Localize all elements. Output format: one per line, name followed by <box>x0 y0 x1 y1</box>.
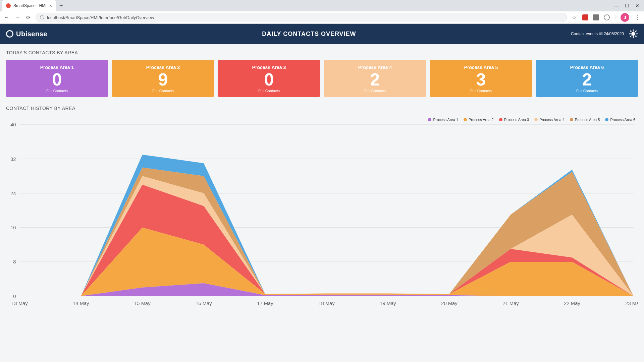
svg-text:14 May: 14 May <box>73 301 89 306</box>
svg-text:19 May: 19 May <box>380 301 396 306</box>
extension-icon[interactable] <box>604 14 610 20</box>
cards-row: Process Area 10Full ContactsProcess Area… <box>6 60 638 97</box>
area-card[interactable]: Process Area 53Full Contacts <box>430 60 532 97</box>
svg-text:0: 0 <box>13 294 16 299</box>
legend-item[interactable]: Process Area 5 <box>570 118 600 122</box>
legend-item[interactable]: Process Area 4 <box>534 118 565 122</box>
svg-point-10 <box>633 37 634 38</box>
minimize-icon[interactable]: — <box>614 3 619 8</box>
svg-text:40: 40 <box>10 122 16 127</box>
forward-icon[interactable]: → <box>14 14 21 20</box>
card-value: 3 <box>433 71 529 88</box>
legend-item[interactable]: Process Area 1 <box>428 118 458 122</box>
window-controls: — ☐ ✕ <box>609 3 644 8</box>
maximize-icon[interactable]: ☐ <box>625 3 629 8</box>
svg-text:15 May: 15 May <box>134 301 151 306</box>
svg-text:24: 24 <box>10 191 16 196</box>
legend-label: Process Area 2 <box>469 118 494 122</box>
svg-text:13 May: 13 May <box>11 301 28 306</box>
svg-point-11 <box>629 34 630 35</box>
legend-swatch-icon <box>499 118 502 121</box>
card-value: 2 <box>539 71 635 88</box>
svg-point-12 <box>637 34 638 35</box>
header-status: Contact events till 24/05/2020 <box>571 32 624 36</box>
card-title: Process Area 6 <box>539 65 635 70</box>
profile-avatar[interactable]: J <box>621 13 629 22</box>
legend-label: Process Area 6 <box>610 118 635 122</box>
back-icon[interactable]: ← <box>3 14 10 20</box>
area-card[interactable]: Process Area 30Full Contacts <box>218 60 320 97</box>
area-card[interactable]: Process Area 29Full Contacts <box>112 60 214 97</box>
svg-point-16 <box>636 31 637 32</box>
card-subtitle: Full Contacts <box>433 89 529 93</box>
svg-point-13 <box>630 31 631 32</box>
chart-legend: Process Area 1Process Area 2Process Area… <box>428 118 635 122</box>
legend-label: Process Area 1 <box>433 118 458 122</box>
card-subtitle: Full Contacts <box>221 89 317 93</box>
url-text: localhost/SmartSpace/HMI/Interface/Get/D… <box>47 15 154 20</box>
section-title-cards: TODAY'S CONTACTS BY AREA <box>6 50 638 55</box>
svg-point-9 <box>633 29 634 31</box>
extension-icon[interactable] <box>582 14 588 20</box>
close-window-icon[interactable]: ✕ <box>635 3 639 8</box>
virus-icon <box>629 29 638 39</box>
header-right: Contact events till 24/05/2020 <box>571 29 638 39</box>
card-value: 9 <box>115 71 211 88</box>
toolbar-right: ☆ | J ⋮ <box>571 13 641 22</box>
browser-tab[interactable]: SmartSpace - HMI × <box>2 0 56 11</box>
svg-point-0 <box>631 32 635 36</box>
legend-label: Process Area 5 <box>575 118 600 122</box>
svg-point-15 <box>630 36 631 37</box>
stacked-area-chart: 081624324013 May14 May15 May16 May17 May… <box>6 116 638 310</box>
card-subtitle: Full Contacts <box>115 89 211 93</box>
area-card[interactable]: Process Area 42Full Contacts <box>324 60 426 97</box>
url-field[interactable]: ⓘ localhost/SmartSpace/HMI/Interface/Get… <box>36 13 567 22</box>
legend-swatch-icon <box>534 118 538 121</box>
close-tab-icon[interactable]: × <box>49 3 52 8</box>
svg-text:20 May: 20 May <box>441 301 458 306</box>
card-value: 0 <box>221 71 317 88</box>
bookmark-star-icon[interactable]: ☆ <box>571 14 578 21</box>
brand-logo-icon <box>6 30 13 38</box>
svg-point-14 <box>636 36 637 37</box>
tab-bar: SmartSpace - HMI × + — ☐ ✕ <box>0 0 644 11</box>
svg-text:22 May: 22 May <box>564 301 580 306</box>
legend-swatch-icon <box>570 118 573 121</box>
legend-swatch-icon <box>428 118 431 121</box>
svg-text:23 May: 23 May <box>625 301 638 306</box>
legend-item[interactable]: Process Area 6 <box>605 118 635 122</box>
app-header: Ubisense DAILY CONTACTS OVERVIEW Contact… <box>0 24 644 44</box>
brand-name: Ubisense <box>16 30 47 38</box>
svg-text:16 May: 16 May <box>196 301 212 306</box>
legend-label: Process Area 3 <box>504 118 529 122</box>
card-subtitle: Full Contacts <box>327 89 423 93</box>
area-card[interactable]: Process Area 62Full Contacts <box>536 60 638 97</box>
kebab-menu-icon[interactable]: ⋮ <box>634 14 641 21</box>
legend-item[interactable]: Process Area 3 <box>499 118 529 122</box>
page-title: DAILY CONTACTS OVERVIEW <box>47 31 571 38</box>
legend-label: Process Area 4 <box>539 118 565 122</box>
svg-text:16: 16 <box>10 225 16 230</box>
card-title: Process Area 4 <box>327 65 423 70</box>
brand: Ubisense <box>6 30 47 38</box>
area-card[interactable]: Process Area 10Full Contacts <box>6 60 108 97</box>
content: TODAY'S CONTACTS BY AREA Process Area 10… <box>0 44 644 316</box>
card-subtitle: Full Contacts <box>539 89 635 93</box>
svg-text:8: 8 <box>13 259 16 264</box>
svg-text:17 May: 17 May <box>257 301 273 306</box>
section-title-chart: CONTACT HISTORY BY AREA <box>6 106 638 111</box>
card-subtitle: Full Contacts <box>9 89 105 93</box>
svg-text:18 May: 18 May <box>318 301 335 306</box>
legend-swatch-icon <box>605 118 608 121</box>
chart-container: Process Area 1Process Area 2Process Area… <box>6 116 638 310</box>
favicon-icon <box>6 3 11 8</box>
card-value: 0 <box>9 71 105 88</box>
svg-text:21 May: 21 May <box>502 301 519 306</box>
legend-swatch-icon <box>464 118 467 121</box>
new-tab-button[interactable]: + <box>59 2 63 9</box>
extension-icon[interactable] <box>593 14 599 20</box>
site-info-icon[interactable]: ⓘ <box>40 14 44 20</box>
legend-item[interactable]: Process Area 2 <box>464 118 494 122</box>
reload-icon[interactable]: ⟳ <box>25 14 32 21</box>
address-bar: ← → ⟳ ⓘ localhost/SmartSpace/HMI/Interfa… <box>0 11 644 23</box>
